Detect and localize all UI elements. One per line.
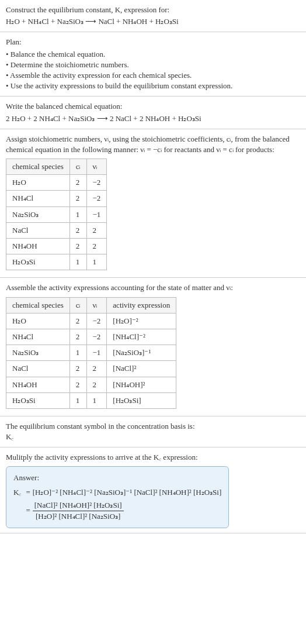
cell-c: 2 [69,377,86,392]
cell-c: 1 [69,345,86,361]
answer-lhs: K꜀ [13,487,23,498]
cell-v: 2 [86,361,107,377]
balanced-section: Write the balanced chemical equation: 2 … [0,97,306,129]
answer-line1: [H₂O]⁻² [NH₄Cl]⁻² [Na₂SiO₃]⁻¹ [NaCl]² [N… [33,487,222,498]
table-row: NaCl22 [6,222,107,238]
cell-species: H₂O [6,313,70,329]
cell-c: 2 [69,222,86,238]
answer-denominator: [H₂O]² [NH₄Cl]² [Na₂SiO₃] [33,511,124,522]
col-vi: νᵢ [86,159,107,175]
symbol-section: The equilibrium constant symbol in the c… [0,416,306,447]
balanced-title: Write the balanced chemical equation: [6,101,300,112]
cell-c: 1 [69,206,86,222]
table-header-row: chemical species cᵢ νᵢ activity expressi… [6,297,176,313]
table-row: NH₄Cl2−2[NH₄Cl]⁻² [6,329,176,345]
cell-c: 1 [69,392,86,408]
cell-species: NH₄Cl [6,329,70,345]
stoich-text: Assign stoichiometric numbers, νᵢ, using… [6,134,300,155]
table-row: NaCl22[NaCl]² [6,361,176,377]
cell-species: NaCl [6,361,70,377]
stoich-table: chemical species cᵢ νᵢ H₂O2−2 NH₄Cl2−2 N… [6,159,107,270]
table-row: H₂O2−2[H₂O]⁻² [6,313,176,329]
cell-c: 2 [69,239,86,254]
cell-v: 1 [86,254,107,270]
col-vi: νᵢ [86,297,107,313]
table-row: H₂O2−2 [6,175,107,191]
table-row: NH₄OH22 [6,239,107,254]
cell-v: 1 [86,392,107,408]
cell-expr: [NH₄OH]² [107,377,176,392]
plan-list: Balance the chemical equation. Determine… [6,49,300,92]
cell-expr: [Na₂SiO₃]⁻¹ [107,345,176,361]
answer-section: Mulitply the activity expressions to arr… [0,447,306,533]
answer-formula: K꜀ = [H₂O]⁻² [NH₄Cl]⁻² [Na₂SiO₃]⁻¹ [NaCl… [13,487,221,522]
plan-item: Use the activity expressions to build th… [6,81,300,91]
plan-title: Plan: [6,37,300,47]
cell-species: NH₄OH [6,377,70,392]
cell-expr: [NH₄Cl]⁻² [107,329,176,345]
equals-icon: = [23,505,32,516]
cell-v: −2 [86,329,107,345]
cell-c: 2 [69,313,86,329]
intro-equation: H₂O + NH₄Cl + Na₂SiO₃ ⟶ NaCl + NH₄OH + H… [6,16,300,27]
cell-v: −1 [86,345,107,361]
activity-table: chemical species cᵢ νᵢ activity expressi… [6,297,176,409]
cell-v: 2 [86,239,107,254]
equals-icon: = [23,487,32,498]
plan-item: Assemble the activity expression for eac… [6,70,300,81]
cell-v: −2 [86,175,107,191]
intro-line1: Construct the equilibrium constant, K, e… [6,5,300,15]
col-expr: activity expression [107,297,176,313]
answer-numerator: [NaCl]² [NH₄OH]² [H₂O₃Si] [33,500,124,511]
cell-v: −2 [86,191,107,206]
cell-species: NaCl [6,222,70,238]
cell-v: −1 [86,206,107,222]
plan-item: Determine the stoichiometric numbers. [6,60,300,70]
cell-species: H₂O₃Si [6,392,70,408]
answer-fraction: [NaCl]² [NH₄OH]² [H₂O₃Si] [H₂O]² [NH₄Cl]… [33,500,222,522]
table-row: NH₄OH22[NH₄OH]² [6,377,176,392]
col-ci: cᵢ [69,159,86,175]
balanced-equation: 2 H₂O + 2 NH₄Cl + Na₂SiO₃ ⟶ 2 NaCl + 2 N… [6,113,300,124]
cell-species: Na₂SiO₃ [6,345,70,361]
table-row: H₂O₃Si11[H₂O₃Si] [6,392,176,408]
cell-c: 1 [69,254,86,270]
cell-v: −2 [86,313,107,329]
cell-species: NH₄OH [6,239,70,254]
table-header-row: chemical species cᵢ νᵢ [6,159,107,175]
cell-c: 2 [69,191,86,206]
multiply-text: Mulitply the activity expressions to arr… [6,452,300,463]
cell-species: NH₄Cl [6,191,70,206]
symbol-value: K꜀ [6,432,300,442]
answer-box: Answer: K꜀ = [H₂O]⁻² [NH₄Cl]⁻² [Na₂SiO₃]… [6,466,229,528]
cell-c: 2 [69,175,86,191]
activity-section: Assemble the activity expressions accoun… [0,278,306,416]
cell-species: H₂O [6,175,70,191]
stoich-section: Assign stoichiometric numbers, νᵢ, using… [0,129,306,278]
plan-item: Balance the chemical equation. [6,49,300,60]
cell-expr: [H₂O₃Si] [107,392,176,408]
cell-species: H₂O₃Si [6,254,70,270]
col-species: chemical species [6,159,70,175]
cell-expr: [H₂O]⁻² [107,313,176,329]
cell-c: 2 [69,329,86,345]
table-row: Na₂SiO₃1−1[Na₂SiO₃]⁻¹ [6,345,176,361]
cell-c: 2 [69,361,86,377]
cell-expr: [NaCl]² [107,361,176,377]
col-ci: cᵢ [69,297,86,313]
table-row: NH₄Cl2−2 [6,191,107,206]
cell-v: 2 [86,377,107,392]
symbol-text: The equilibrium constant symbol in the c… [6,421,300,432]
activity-text: Assemble the activity expressions accoun… [6,283,300,293]
answer-label: Answer: [13,473,221,483]
col-species: chemical species [6,297,70,313]
cell-v: 2 [86,222,107,238]
plan-section: Plan: Balance the chemical equation. Det… [0,32,306,97]
intro-section: Construct the equilibrium constant, K, e… [0,0,306,32]
cell-species: Na₂SiO₃ [6,206,70,222]
table-row: Na₂SiO₃1−1 [6,206,107,222]
table-row: H₂O₃Si11 [6,254,107,270]
